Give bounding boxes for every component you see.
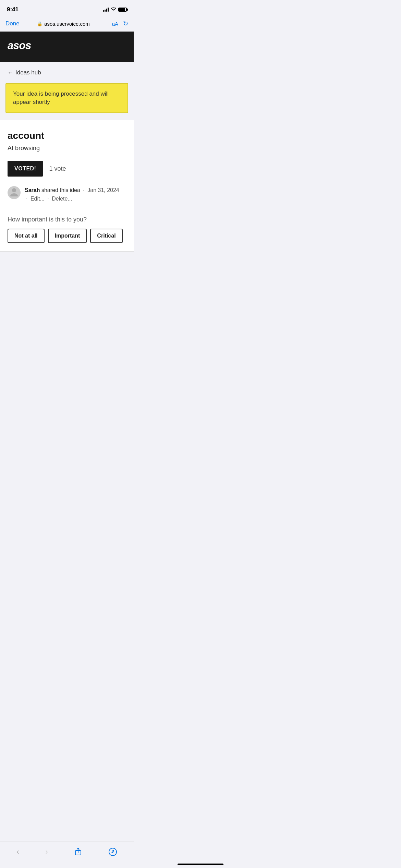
edit-link[interactable]: Edit... [31,196,45,202]
importance-section: How important is this to you? Not at all… [8,209,126,243]
browser-bar: Done 🔒 asos.uservoice.com aA ↻ [0,17,134,32]
dot-separator-1: · [83,187,86,193]
url-bar[interactable]: 🔒 asos.uservoice.com [37,21,90,27]
svg-point-2 [10,193,18,196]
back-arrow-icon: ← [8,69,13,76]
done-button[interactable]: Done [5,20,23,27]
status-time: 9:41 [7,6,19,13]
status-bar: 9:41 [0,0,134,17]
wifi-icon [111,7,116,12]
asos-logo: asos [8,38,42,55]
browser-controls: aA ↻ [104,20,128,27]
importance-not-at-all[interactable]: Not at all [8,229,45,243]
importance-question: How important is this to you? [8,216,126,223]
importance-important[interactable]: Important [48,229,87,243]
dot-separator-2: · [26,196,29,202]
notification-message: Your idea is being processed and will ap… [13,91,109,105]
dot-separator-3: · [47,196,50,202]
vote-count: 1 vote [49,165,66,172]
svg-text:asos: asos [8,39,31,51]
status-icons [103,7,127,12]
author-date: Jan 31, 2024 [87,187,119,193]
avatar-icon [9,187,19,198]
voted-button[interactable]: VOTED! [8,161,43,177]
lock-icon: 🔒 [37,21,42,26]
author-actions: · Edit... · Delete... [25,196,126,202]
svg-point-1 [12,188,16,192]
idea-subtitle: AI browsing [8,144,126,153]
author-shared-text-2: shared this idea [41,187,80,193]
vote-section: VOTED! 1 vote [8,161,126,177]
author-section: Sarah shared this idea · Jan 31, 2024 · … [8,186,126,209]
author-name-line: Sarah shared this idea · Jan 31, 2024 [25,186,126,194]
back-link[interactable]: ← Ideas hub [0,62,134,83]
url-text: asos.uservoice.com [44,21,90,27]
avatar [8,186,21,199]
main-content: ← Ideas hub Your idea is being processed… [0,62,134,252]
author-info: Sarah shared this idea · Jan 31, 2024 · … [25,186,126,202]
author-name: Sarah [25,187,40,193]
importance-buttons: Not at all Important Critical [8,229,126,243]
idea-card: account AI browsing VOTED! 1 vote Sarah [0,120,134,252]
font-size-button[interactable]: aA [112,21,118,27]
notification-banner: Your idea is being processed and will ap… [5,83,128,113]
signal-icon [103,8,109,12]
idea-title: account [8,130,126,142]
asos-header: asos [0,32,134,62]
importance-critical[interactable]: Critical [90,229,122,243]
refresh-button[interactable]: ↻ [123,20,128,27]
delete-link[interactable]: Delete... [52,196,72,202]
back-link-label: Ideas hub [15,69,41,76]
battery-icon [118,8,127,12]
